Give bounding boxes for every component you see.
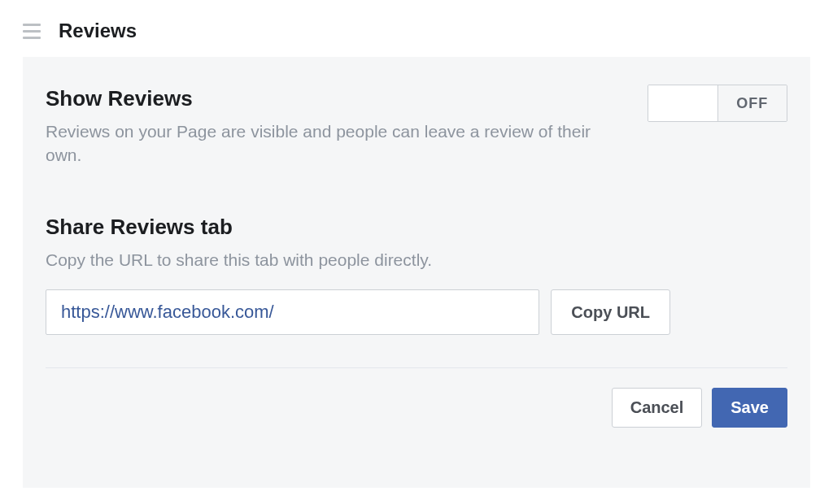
toggle-off-label: OFF xyxy=(717,85,787,121)
cancel-button[interactable]: Cancel xyxy=(612,388,703,428)
hamburger-icon[interactable] xyxy=(23,24,41,39)
share-url-input[interactable] xyxy=(46,289,539,335)
show-reviews-description: Reviews on your Page are visible and peo… xyxy=(46,119,599,167)
share-reviews-section: Share Reviews tab Copy the URL to share … xyxy=(46,215,787,335)
save-button[interactable]: Save xyxy=(712,388,787,428)
settings-panel: OFF Show Reviews Reviews on your Page ar… xyxy=(23,57,810,488)
toggle-on-slot xyxy=(648,85,717,121)
copy-url-button[interactable]: Copy URL xyxy=(551,289,670,335)
url-row: Copy URL xyxy=(46,289,670,335)
footer-actions: Cancel Save xyxy=(46,388,787,428)
share-reviews-description: Copy the URL to share this tab with peop… xyxy=(46,248,599,272)
page-header: Reviews xyxy=(0,0,833,57)
show-reviews-toggle[interactable]: OFF xyxy=(648,85,787,122)
page-title: Reviews xyxy=(59,20,137,42)
divider xyxy=(46,367,787,368)
share-reviews-heading: Share Reviews tab xyxy=(46,215,787,240)
